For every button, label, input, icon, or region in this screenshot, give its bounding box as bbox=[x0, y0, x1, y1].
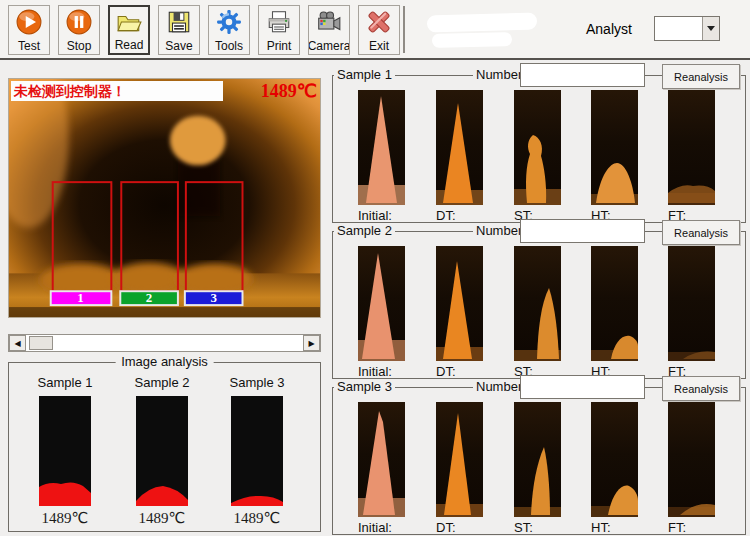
save-button[interactable]: Save bbox=[158, 5, 200, 55]
roi-number-2: 2 bbox=[146, 291, 152, 305]
ash-fusion-analyzer-window: Test Stop Read Save Tools bbox=[0, 0, 750, 536]
furnace-image: 1 2 3 bbox=[9, 79, 320, 317]
stage-label: DT: bbox=[436, 520, 483, 535]
stage-thumbnail-initial bbox=[358, 90, 405, 205]
stage-thumbnail-ht bbox=[591, 402, 638, 517]
close-x-icon bbox=[366, 9, 392, 35]
analysis-temperature: 1489℃ bbox=[130, 509, 194, 527]
sample-1-name: Sample 1 bbox=[334, 67, 395, 82]
analysis-sample-name: Sample 1 bbox=[33, 375, 97, 390]
reanalysis-button[interactable]: Reanalysis bbox=[662, 220, 740, 245]
stage-thumbnail-st bbox=[514, 246, 561, 361]
analysis-thumbnail-1 bbox=[39, 396, 91, 506]
analysis-column-3: Sample 3 1489℃ bbox=[225, 375, 289, 527]
video-camera-icon bbox=[316, 9, 342, 35]
image-analysis-groupbox: Image analysis Sample 1 1489℃ Sample 2 1… bbox=[8, 362, 321, 532]
chevron-down-icon[interactable] bbox=[702, 17, 719, 40]
reanalysis-button[interactable]: Reanalysis bbox=[662, 64, 740, 89]
number-label: Number bbox=[473, 379, 525, 394]
camera-hscrollbar: ◀ ▶ bbox=[8, 334, 321, 352]
stage-thumbnail-ft bbox=[668, 246, 715, 361]
stage-thumbnail-dt bbox=[436, 246, 483, 361]
floppy-disk-icon bbox=[166, 9, 192, 35]
whiteout-smear bbox=[432, 32, 512, 48]
analyst-select-value bbox=[655, 17, 702, 40]
sample-3-name: Sample 3 bbox=[334, 379, 395, 394]
scrollbar-track[interactable] bbox=[26, 335, 303, 351]
toolbar: Test Stop Read Save Tools bbox=[0, 0, 750, 60]
sample-3-panel: Sample 3 Number Reanalysis Initial: DT: … bbox=[332, 375, 746, 535]
scroll-left-arrow[interactable]: ◀ bbox=[9, 335, 26, 351]
camera-temperature: 1489℃ bbox=[261, 80, 317, 102]
stage-thumbnail-ht bbox=[591, 246, 638, 361]
camera-feed: 1 2 3 未检测到控制器！ 1489℃ bbox=[8, 78, 321, 318]
analysis-temperature: 1489℃ bbox=[33, 509, 97, 527]
analysis-sample-name: Sample 2 bbox=[130, 375, 194, 390]
analyst-label: Analyst bbox=[586, 21, 632, 37]
stage-label: Initial: bbox=[358, 520, 405, 535]
scrollbar-thumb[interactable] bbox=[29, 336, 53, 350]
toolbar-separator bbox=[403, 6, 405, 53]
stage-thumbnail-st bbox=[514, 90, 561, 205]
sample-number-input[interactable] bbox=[520, 375, 645, 399]
play-icon bbox=[16, 9, 42, 35]
analysis-thumbnail-3 bbox=[231, 396, 283, 506]
test-button[interactable]: Test bbox=[8, 5, 50, 55]
sample-number-input[interactable] bbox=[520, 219, 645, 243]
sample-number-input[interactable] bbox=[520, 63, 645, 87]
stage-thumbnail-dt bbox=[436, 402, 483, 517]
analysis-sample-name: Sample 3 bbox=[225, 375, 289, 390]
stage-thumbnail-ft bbox=[668, 90, 715, 205]
roi-number-1: 1 bbox=[77, 291, 83, 305]
stop-button[interactable]: Stop bbox=[58, 5, 100, 55]
stage-thumbnail-dt bbox=[436, 90, 483, 205]
stage-label: HT: bbox=[591, 520, 638, 535]
analysis-column-2: Sample 2 1489℃ bbox=[130, 375, 194, 527]
stage-thumbnail-ft bbox=[668, 402, 715, 517]
image-analysis-title: Image analysis bbox=[115, 354, 214, 369]
number-label: Number bbox=[473, 223, 525, 238]
sample-1-panel: Sample 1 Number Reanalysis Initial: DT: … bbox=[332, 63, 746, 223]
roi-number-3: 3 bbox=[210, 291, 216, 305]
stage-label: FT: bbox=[668, 520, 715, 535]
stage-thumbnail-initial bbox=[358, 246, 405, 361]
analysis-column-1: Sample 1 1489℃ bbox=[33, 375, 97, 527]
printer-icon bbox=[266, 9, 292, 35]
scroll-right-arrow[interactable]: ▶ bbox=[303, 335, 320, 351]
gear-icon bbox=[216, 9, 242, 35]
stage-thumbnail-st bbox=[514, 402, 561, 517]
stage-thumbnail-ht bbox=[591, 90, 638, 205]
open-folder-icon bbox=[116, 10, 142, 36]
pause-icon bbox=[66, 9, 92, 35]
sample-2-name: Sample 2 bbox=[334, 223, 395, 238]
sample-2-panel: Sample 2 Number Reanalysis Initial: DT: … bbox=[332, 219, 746, 379]
analyst-select[interactable] bbox=[654, 16, 720, 41]
whiteout-smear bbox=[427, 12, 537, 32]
number-label: Number bbox=[473, 67, 525, 82]
analysis-thumbnail-2 bbox=[136, 396, 188, 506]
print-button[interactable]: Print bbox=[258, 5, 300, 55]
read-button[interactable]: Read bbox=[108, 5, 150, 55]
stage-label: ST: bbox=[514, 520, 561, 535]
stage-thumbnail-initial bbox=[358, 402, 405, 517]
analysis-temperature: 1489℃ bbox=[225, 509, 289, 527]
exit-button[interactable]: Exit bbox=[358, 5, 400, 55]
tools-button[interactable]: Tools bbox=[208, 5, 250, 55]
reanalysis-button[interactable]: Reanalysis bbox=[662, 376, 740, 401]
camera-button[interactable]: Camera bbox=[308, 5, 350, 55]
alert-message: 未检测到控制器！ bbox=[11, 81, 223, 101]
